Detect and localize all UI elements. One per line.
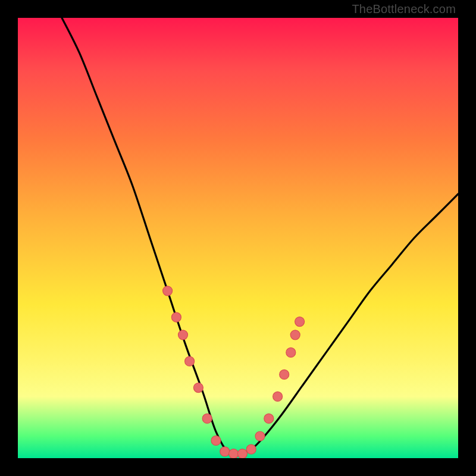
- sample-point: [286, 347, 296, 357]
- bottleneck-curve: [62, 18, 458, 456]
- sample-point: [246, 444, 256, 454]
- sample-point: [273, 392, 283, 401]
- sample-point: [290, 330, 300, 340]
- sample-point: [171, 312, 181, 322]
- plot-area: [18, 18, 458, 458]
- chart-frame: TheBottleneck.com: [0, 0, 476, 476]
- sample-point: [295, 317, 305, 327]
- sample-point: [185, 356, 195, 366]
- sample-point: [255, 431, 265, 441]
- watermark-text: TheBottleneck.com: [352, 2, 456, 16]
- sample-point: [229, 449, 239, 458]
- sample-point: [178, 330, 188, 340]
- sample-point: [163, 286, 173, 296]
- sample-point: [280, 369, 289, 379]
- sample-point: [220, 447, 230, 456]
- sample-point: [193, 383, 203, 393]
- curve-svg: [18, 18, 458, 458]
- sample-point: [264, 414, 274, 423]
- sample-point: [202, 414, 212, 423]
- sample-point: [211, 436, 221, 445]
- sample-point: [237, 449, 247, 458]
- sample-points-group: [163, 286, 305, 458]
